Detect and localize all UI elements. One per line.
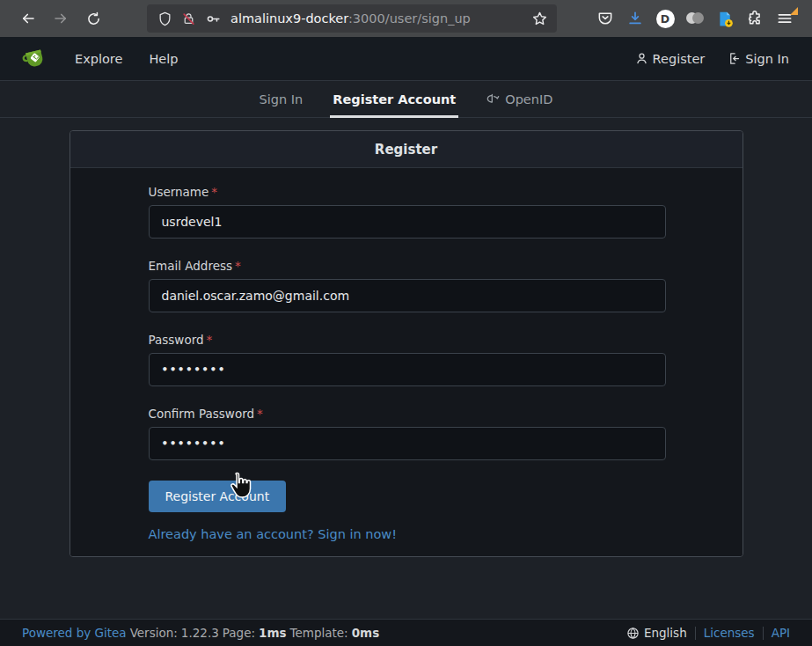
extension-toolbar: D — [590, 4, 800, 33]
nav-right: Register Sign In — [635, 52, 789, 66]
email-input[interactable] — [149, 279, 666, 312]
powered-by-gitea-link[interactable]: Powered by Gitea — [22, 626, 127, 640]
password-label: Password* — [149, 333, 664, 347]
language-selector[interactable]: English — [626, 626, 687, 640]
back-icon — [20, 11, 36, 26]
api-link[interactable]: API — [772, 626, 790, 640]
sign-in-now-link[interactable]: Already have an account? Sign in now! — [149, 527, 398, 541]
nav-sign-in[interactable]: Sign In — [728, 52, 789, 66]
url-path: :3000/user/sign_up — [348, 11, 471, 26]
browser-toolbar: almalinux9-docker:3000/user/sign_up D — [0, 0, 812, 37]
url-bar[interactable]: almalinux9-docker:3000/user/sign_up — [147, 4, 557, 33]
main-content: Register Username* Email Address* Passwo… — [0, 118, 812, 619]
register-form: Username* Email Address* Password* Confi… — [70, 168, 743, 556]
language-label: English — [644, 626, 687, 640]
shield-icon[interactable] — [157, 11, 172, 26]
page-time: 1ms — [259, 626, 287, 640]
template-time: 0ms — [352, 626, 380, 640]
username-input[interactable] — [149, 205, 666, 239]
tab-openid-label: OpenID — [505, 92, 552, 106]
page-footer: Powered by Gitea Version: 1.22.3 Page: 1… — [0, 619, 812, 646]
required-marker: * — [235, 259, 241, 273]
email-field-group: Email Address* — [149, 259, 664, 312]
pocket-button[interactable] — [590, 4, 620, 33]
username-label: Username* — [149, 185, 664, 199]
password-label-text: Password — [149, 333, 204, 347]
globe-icon — [626, 627, 640, 640]
confirm-password-input[interactable] — [149, 427, 666, 460]
url-text: almalinux9-docker:3000/user/sign_up — [230, 11, 531, 26]
gitea-logo[interactable] — [21, 45, 48, 72]
licenses-link[interactable]: Licenses — [704, 626, 755, 640]
download-icon — [626, 10, 644, 27]
required-marker: * — [211, 185, 217, 199]
extensions-button[interactable] — [740, 4, 770, 33]
tab-sign-in-label: Sign In — [260, 92, 304, 106]
password-field-group: Password* — [149, 333, 664, 386]
back-button[interactable] — [15, 5, 41, 32]
containers-icon — [685, 10, 705, 27]
pocket-icon — [596, 10, 614, 27]
tab-register-account-label: Register Account — [333, 92, 456, 106]
tab-openid[interactable]: OpenID — [483, 81, 555, 117]
nav-help[interactable]: Help — [149, 52, 178, 66]
username-label-text: Username — [149, 185, 209, 199]
username-field-group: Username* — [149, 185, 664, 239]
site-navbar: Explore Help Register Sign In — [0, 37, 812, 81]
duckduckgo-icon: D — [656, 10, 675, 28]
person-icon — [635, 52, 648, 65]
version-label: Version: — [130, 626, 178, 640]
openid-icon — [486, 92, 500, 106]
containers-button[interactable] — [680, 4, 710, 33]
auth-tabbar: Sign In Register Account OpenID — [0, 81, 812, 118]
footer-left: Powered by Gitea Version: 1.22.3 Page: 1… — [22, 626, 626, 640]
confirm-password-label-text: Confirm Password — [149, 407, 255, 421]
nav-register-label: Register — [653, 52, 706, 66]
register-card: Register Username* Email Address* Passwo… — [69, 130, 743, 557]
forward-icon — [53, 11, 69, 26]
nav-register[interactable]: Register — [635, 52, 706, 66]
confirm-password-label: Confirm Password* — [149, 407, 664, 421]
nav-explore[interactable]: Explore — [75, 52, 122, 66]
version-value: 1.22.3 — [181, 626, 219, 640]
template-label: Template: — [290, 626, 348, 640]
required-marker: * — [257, 407, 263, 421]
required-marker: * — [207, 333, 213, 347]
register-account-button[interactable]: Register Account — [149, 481, 287, 512]
card-title: Register — [70, 131, 743, 168]
email-label: Email Address* — [149, 259, 664, 273]
duckduckgo-button[interactable]: D — [650, 4, 680, 33]
menu-button[interactable] — [770, 4, 800, 33]
puzzle-icon — [746, 10, 764, 27]
sign-in-icon — [728, 52, 741, 65]
key-icon[interactable] — [205, 11, 222, 27]
bookmark-star-icon[interactable] — [531, 11, 548, 27]
footer-right: English Licenses API — [626, 626, 790, 640]
footer-divider — [763, 627, 764, 640]
downloads-button[interactable] — [620, 4, 650, 33]
page-saver-icon — [716, 10, 735, 28]
reload-icon — [86, 11, 101, 26]
nav-sign-in-label: Sign In — [745, 52, 789, 66]
password-input[interactable] — [149, 353, 666, 386]
page-saver-button[interactable] — [710, 4, 740, 33]
tab-register-account[interactable]: Register Account — [330, 81, 458, 117]
reload-button[interactable] — [80, 5, 106, 32]
update-badge — [790, 7, 798, 15]
page-label: Page: — [223, 626, 255, 640]
tab-sign-in[interactable]: Sign In — [257, 81, 306, 117]
auth-tabs: Sign In Register Account OpenID — [245, 81, 568, 117]
confirm-password-field-group: Confirm Password* — [149, 407, 664, 460]
url-host: almalinux9-docker — [230, 11, 348, 26]
insecure-lock-icon[interactable] — [181, 11, 196, 26]
email-label-text: Email Address — [149, 259, 233, 273]
forward-button[interactable] — [48, 5, 74, 32]
footer-divider — [695, 627, 696, 640]
